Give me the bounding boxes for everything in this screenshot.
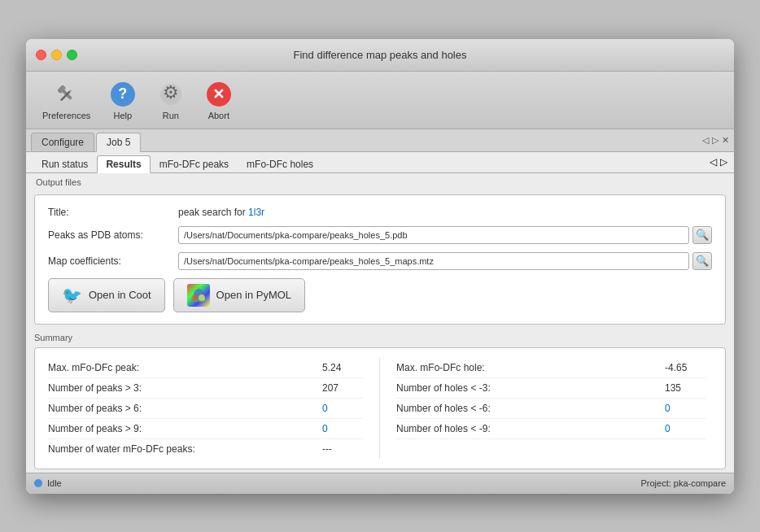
tab-configure[interactable]: Configure: [31, 133, 94, 151]
tab-mfo-dfc-holes[interactable]: mFo-DFc holes: [238, 155, 322, 172]
stat-label-holes-lt9: Number of holes < -9:: [396, 423, 657, 434]
outer-tab-prev[interactable]: ◁: [702, 135, 709, 146]
summary-left-col: Max. mFo-DFc peak: 5.24 Number of peaks …: [48, 358, 380, 459]
peaks-file-wrapper: 🔍: [178, 226, 712, 244]
help-button[interactable]: ? Help: [100, 76, 145, 124]
stat-label-max-hole: Max. mFo-DFc hole:: [396, 362, 657, 373]
outer-tab-bar: Configure Job 5 ◁ ▷ ✕: [26, 129, 734, 152]
stat-row-0-left: Max. mFo-DFc peak: 5.24: [48, 358, 363, 378]
outer-tab-close[interactable]: ✕: [722, 135, 729, 146]
close-button[interactable]: [36, 50, 46, 60]
stat-label-holes-lt3: Number of holes < -3:: [396, 382, 657, 394]
statusbar: Idle Project: pka-compare: [26, 473, 734, 494]
stat-label-holes-lt6: Number of holes < -6:: [396, 403, 657, 414]
map-row: Map coefficients: 🔍: [48, 252, 712, 270]
open-coot-label: Open in Coot: [89, 289, 151, 301]
run-label: Run: [163, 111, 179, 120]
pymol-icon: [187, 284, 210, 307]
status-indicator: [34, 479, 42, 487]
summary-panel: Max. mFo-DFc peak: 5.24 Number of peaks …: [34, 347, 726, 469]
outer-tabs: Configure Job 5: [31, 133, 141, 151]
stat-row-1-left: Number of peaks > 3: 207: [48, 378, 363, 399]
stat-label-peaks-gt3: Number of peaks > 3:: [48, 382, 314, 394]
abort-button[interactable]: ✕ Abort: [196, 76, 241, 124]
preferences-icon: [52, 80, 81, 109]
stat-row-2-left: Number of peaks > 6: 0: [48, 399, 363, 419]
inner-tab-arrows: ◁ ▷: [710, 156, 727, 171]
toolbar: Preferences ? Help ⚙ Run ✕ Abort: [26, 72, 734, 129]
summary-right-col: Max. mFo-DFc hole: -4.65 Number of holes…: [380, 358, 712, 459]
output-files-label: Output files: [26, 173, 734, 190]
map-field-label: Map coefficients:: [48, 255, 178, 267]
status-text: Idle: [47, 478, 62, 488]
title-highlight: 1l3r: [248, 207, 264, 218]
tab-results[interactable]: Results: [97, 155, 150, 173]
stat-row-1-right: Number of holes < -3: 135: [396, 378, 705, 399]
help-icon: ?: [108, 80, 138, 109]
status-project: Project: pka-compare: [640, 478, 726, 488]
stat-value-holes-lt9: 0: [657, 423, 705, 434]
coot-icon: 🐦: [62, 286, 82, 305]
stat-value-peaks-gt9: 0: [314, 423, 363, 434]
map-file-input[interactable]: [178, 252, 689, 270]
abort-label: Abort: [208, 111, 229, 120]
stat-value-peaks-gt6: 0: [314, 403, 363, 414]
output-files-panel: Title: peak search for 1l3r Peaks as PDB…: [34, 194, 726, 325]
outer-tab-next[interactable]: ▷: [712, 135, 719, 146]
title-row: Title: peak search for 1l3r: [48, 207, 712, 218]
stat-label-peaks-gt9: Number of peaks > 9:: [48, 423, 314, 434]
stat-row-3-right: Number of holes < -9: 0: [396, 419, 705, 439]
title-text: peak search for: [178, 207, 248, 218]
map-browse-button[interactable]: 🔍: [692, 252, 712, 270]
inner-tab-prev[interactable]: ◁: [710, 156, 717, 168]
tab-mfo-dfc-peaks[interactable]: mFo-DFc peaks: [151, 155, 238, 172]
stat-label-water-peaks: Number of water mFo-DFc peaks:: [48, 443, 314, 455]
title-field-label: Title:: [48, 207, 178, 218]
open-in-pymol-button[interactable]: Open in PyMOL: [173, 278, 306, 312]
stat-value-water-peaks: ---: [314, 443, 363, 455]
stat-row-2-right: Number of holes < -6: 0: [396, 399, 705, 419]
stat-row-3-left: Number of peaks > 9: 0: [48, 419, 363, 439]
svg-point-9: [199, 294, 205, 301]
stat-value-holes-lt6: 0: [657, 403, 705, 414]
map-file-wrapper: 🔍: [178, 252, 712, 270]
tab-run-status[interactable]: Run status: [33, 155, 97, 172]
stat-value-holes-lt3: 135: [657, 382, 705, 394]
stat-row-0-right: Max. mFo-DFc hole: -4.65: [396, 358, 705, 378]
inner-tab-next[interactable]: ▷: [720, 156, 727, 168]
run-icon: ⚙: [156, 80, 186, 109]
summary-section-label: Summary: [34, 333, 726, 342]
peaks-row: Peaks as PDB atoms: 🔍: [48, 226, 712, 244]
open-buttons: 🐦 Open in Coot Open in PyMOL: [48, 278, 712, 312]
minimize-button[interactable]: [51, 50, 62, 60]
stat-value-max-peak: 5.24: [314, 362, 363, 373]
abort-icon: ✕: [204, 80, 234, 109]
help-label: Help: [114, 111, 133, 120]
stat-row-4-left: Number of water mFo-DFc peaks: ---: [48, 439, 363, 459]
content-area: Output files Title: peak search for 1l3r…: [26, 173, 734, 473]
peaks-file-input[interactable]: [178, 226, 689, 244]
svg-text:⚙: ⚙: [163, 82, 179, 102]
tab-job5[interactable]: Job 5: [96, 133, 141, 152]
traffic-lights: [36, 50, 77, 60]
preferences-button[interactable]: Preferences: [36, 76, 97, 124]
svg-point-8: [192, 294, 199, 301]
summary-grid: Max. mFo-DFc peak: 5.24 Number of peaks …: [48, 358, 712, 459]
stat-label-max-peak: Max. mFo-DFc peak:: [48, 362, 314, 373]
open-pymol-label: Open in PyMOL: [216, 289, 292, 301]
outer-tab-arrows: ◁ ▷ ✕: [702, 135, 729, 149]
window-title: Find difference map peaks and holes: [294, 49, 467, 61]
main-window: Find difference map peaks and holes: [26, 39, 734, 494]
maximize-button[interactable]: [67, 50, 77, 60]
stat-value-peaks-gt3: 207: [314, 382, 363, 394]
stat-value-max-hole: -4.65: [657, 362, 705, 373]
titlebar: Find difference map peaks and holes: [26, 39, 734, 72]
open-in-coot-button[interactable]: 🐦 Open in Coot: [48, 278, 165, 312]
peaks-browse-button[interactable]: 🔍: [692, 226, 712, 244]
run-button[interactable]: ⚙ Run: [148, 76, 193, 124]
stat-row-4-right: [396, 439, 705, 447]
peaks-field-label: Peaks as PDB atoms:: [48, 229, 178, 241]
title-value: peak search for 1l3r: [178, 207, 264, 218]
stat-label-peaks-gt6: Number of peaks > 6:: [48, 403, 314, 414]
preferences-label: Preferences: [42, 111, 90, 120]
